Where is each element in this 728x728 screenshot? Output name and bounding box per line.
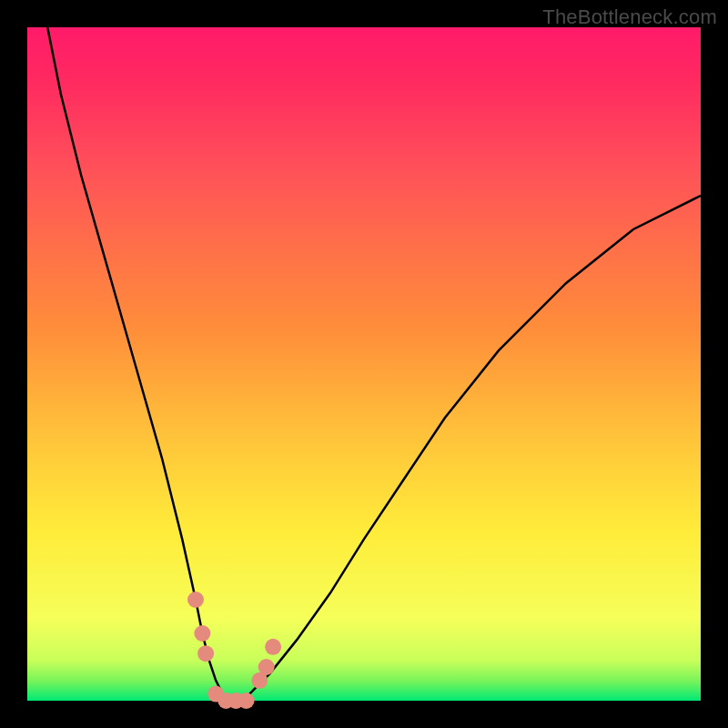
marker-group <box>187 592 281 709</box>
data-marker <box>197 645 214 662</box>
curve-svg <box>27 27 701 701</box>
data-marker <box>187 592 204 608</box>
plot-area <box>27 27 701 701</box>
watermark-text: TheBottleneck.com <box>542 5 717 29</box>
data-marker <box>238 693 255 709</box>
data-marker <box>194 625 210 642</box>
data-marker <box>265 639 281 655</box>
bottleneck-curve <box>47 27 701 701</box>
data-marker <box>258 659 275 675</box>
